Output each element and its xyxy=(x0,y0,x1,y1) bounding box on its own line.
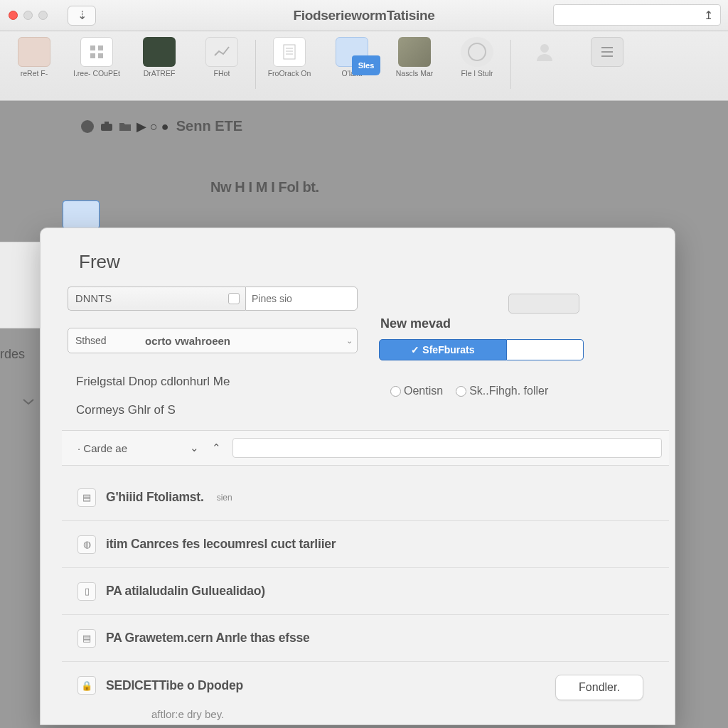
image-icon xyxy=(398,37,431,67)
list-item[interactable]: ◍ itim Canrces fes lecoumresl cuct tarli… xyxy=(62,521,669,568)
option-line-2: Cormeys Ghlr of S xyxy=(76,403,176,417)
location-value: ocrto vwahroeen xyxy=(145,335,341,347)
path-bar: ▶ ○ ● Senn ETE xyxy=(80,118,242,134)
format-extension-input[interactable] xyxy=(507,339,584,360)
chevron-updown-icon: ⌄ xyxy=(341,336,357,346)
right-chip-button[interactable] xyxy=(508,294,579,314)
toolbar-item[interactable]: DrATREF xyxy=(128,37,191,99)
person-icon xyxy=(528,37,561,67)
chart-icon xyxy=(205,37,238,67)
sidebar-selected-item[interactable] xyxy=(63,200,100,229)
toolbar-item-label: Nascls Mar xyxy=(396,70,434,77)
window-controls xyxy=(9,11,48,20)
dialog-title: Frew xyxy=(79,251,120,273)
minimize-window-button[interactable] xyxy=(23,11,33,20)
toolbar-separator xyxy=(510,40,511,89)
list-item-label: PA atilaludalin Guluealidao) xyxy=(106,584,265,599)
radio-group: Oentisn Sk..Fihgh. foller xyxy=(390,385,548,397)
chevron-down-icon: ⌄ xyxy=(190,441,199,454)
toolbar-item[interactable]: Sles O'lalkt xyxy=(321,37,383,99)
disc-icon: ◍ xyxy=(77,535,96,554)
list-item[interactable]: ▯ PA atilaludalin Guluealidao) xyxy=(62,568,669,615)
window-titlebar: ⇣ FiodseriewormTatisine ↥ xyxy=(0,0,728,31)
confirm-button-label: Fondler. xyxy=(579,681,620,694)
zoom-window-button[interactable] xyxy=(38,11,48,20)
svg-rect-2 xyxy=(90,53,95,58)
breadcrumb-sub: Nw H I M I Fol bt. xyxy=(210,179,319,196)
main-toolbar: reRet F- I.ree- COuPEt DrATREF FHot FroO… xyxy=(0,31,728,101)
chevron-up-icon: ⌃ xyxy=(212,441,221,454)
toolbar-item[interactable] xyxy=(576,37,638,99)
doc-icon: ▤ xyxy=(77,488,96,507)
grid-icon xyxy=(80,37,113,67)
path-icons: ▶ ○ ● xyxy=(80,119,169,134)
folder-small-icon xyxy=(118,120,132,133)
camera-icon xyxy=(100,119,114,134)
sidebar-label-cut: rdes xyxy=(0,347,25,362)
list-item[interactable]: ▤ PA Grawetem.cern Anrle thas efsse xyxy=(62,615,669,662)
toolbar-item[interactable]: Nascls Mar xyxy=(383,37,446,99)
format-selected: ✓ SfeFburats xyxy=(379,339,507,360)
toolbar-item[interactable]: FIe l Stulr xyxy=(446,37,508,99)
expand-row[interactable]: · Carde ae ⌄⌃ xyxy=(62,430,669,466)
svg-rect-3 xyxy=(98,53,103,58)
svg-point-13 xyxy=(81,120,94,133)
toolbar-item-label: I.ree- COuPEt xyxy=(73,70,120,77)
toolbar-item-label: FroOrack On xyxy=(268,70,311,77)
toolbar-separator xyxy=(255,40,256,89)
location-label: Sthsed xyxy=(68,335,145,346)
toolbar-item[interactable]: I.ree- COuPEt xyxy=(65,37,128,99)
format-combo[interactable]: ✓ SfeFburats xyxy=(379,339,584,360)
hint-text: aftlor:e dry bey. xyxy=(151,708,224,720)
list-item-label: SEDICETTibe o Dpodep xyxy=(106,678,243,693)
toolbar-item[interactable]: reRet F- xyxy=(3,37,65,99)
page-icon: ▤ xyxy=(77,629,96,648)
toolbar-item[interactable]: FroOrack On xyxy=(258,37,321,99)
list-item-label: G'hiiid Ftoliamst. xyxy=(106,490,204,505)
path-current: Senn ETE xyxy=(176,118,242,134)
globe-icon xyxy=(461,37,493,67)
filename-label: DNNTS xyxy=(75,293,112,304)
badge: Sles xyxy=(352,55,380,75)
page-icon: ▯ xyxy=(77,582,96,601)
svg-rect-15 xyxy=(105,122,109,124)
svg-rect-1 xyxy=(98,46,103,50)
swatch-icon xyxy=(143,37,176,67)
list-item-sub: sien xyxy=(217,493,232,503)
toolbar-item[interactable]: FHot xyxy=(191,37,253,99)
document-icon xyxy=(273,37,306,67)
confirm-button[interactable]: Fondler. xyxy=(555,675,643,700)
location-select[interactable]: Sthsed ocrto vwahroeen ⌄ xyxy=(68,328,358,353)
toolbar-overflow-button[interactable]: ⇣ xyxy=(68,6,96,26)
close-window-button[interactable] xyxy=(9,11,18,20)
search-field[interactable]: ↥ xyxy=(553,4,721,26)
radio-label-2: Sk..Fihgh. foller xyxy=(469,385,548,397)
toolbar-item[interactable] xyxy=(513,37,576,99)
toolbar-item-label: reRet F- xyxy=(21,70,48,77)
sidebar-icon-cut xyxy=(21,395,36,410)
expand-label: · Carde ae xyxy=(62,442,190,454)
radio-option-1[interactable] xyxy=(390,386,401,397)
lock-icon: 🔒 xyxy=(77,676,96,695)
radio-label-1: Oentisn xyxy=(404,385,443,397)
toolbar-item-label: FHot xyxy=(214,70,230,77)
option-list: ▤ G'hiiid Ftoliamst. sien ◍ itim Canrces… xyxy=(62,474,669,709)
list-item-label: itim Canrces fes lecoumresl cuct tarliie… xyxy=(106,537,336,552)
filename-input[interactable]: Pines sio xyxy=(245,287,358,311)
window-title: FiodseriewormTatisine xyxy=(293,8,434,23)
expand-input[interactable] xyxy=(232,438,662,458)
svg-point-8 xyxy=(469,43,486,60)
drive-icon xyxy=(80,119,95,134)
download-icon: ⇣ xyxy=(77,9,87,22)
list-item[interactable]: ▤ G'hiiid Ftoliamst. sien xyxy=(62,474,669,521)
filename-value: Pines sio xyxy=(252,293,292,304)
upload-icon: ↥ xyxy=(704,9,713,22)
toolbar-item-label: FIe l Stulr xyxy=(461,70,493,77)
folder-icon xyxy=(18,37,50,67)
list-icon xyxy=(591,37,623,67)
radio-option-2[interactable] xyxy=(456,386,466,397)
mini-checkbox[interactable] xyxy=(228,293,240,304)
svg-point-9 xyxy=(540,44,549,53)
svg-rect-0 xyxy=(90,46,95,50)
filename-label-segment[interactable]: DNNTS xyxy=(68,287,245,311)
